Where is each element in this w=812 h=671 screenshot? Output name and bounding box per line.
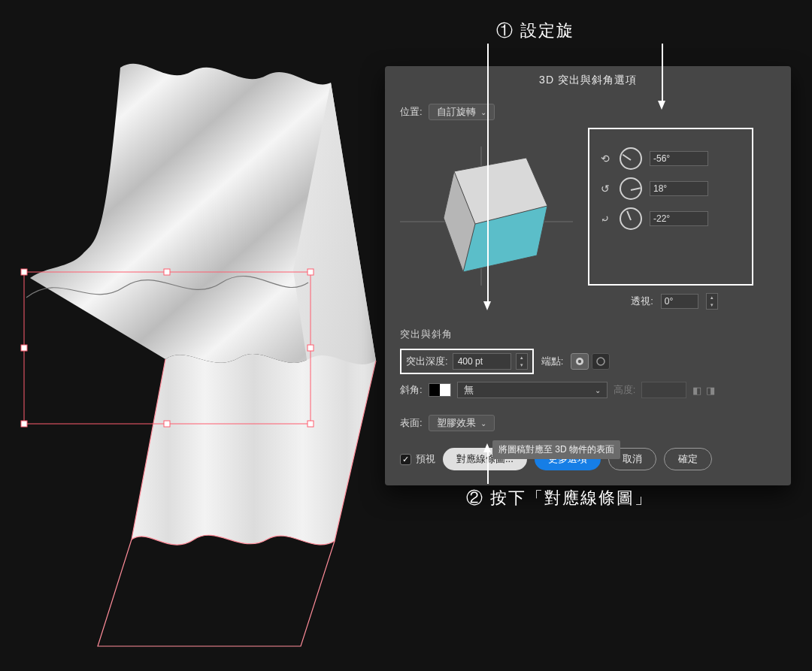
position-row: 位置: 自訂旋轉 ⌄ (400, 104, 776, 120)
svg-rect-2 (308, 269, 314, 275)
rotation-x-field[interactable]: -56° (650, 151, 708, 166)
preview-label: 預視 (416, 452, 435, 466)
perspective-label: 透視: (631, 295, 653, 308)
position-label: 位置: (400, 105, 423, 119)
ok-button[interactable]: 確定 (664, 448, 712, 470)
position-value: 自訂旋轉 (437, 105, 476, 119)
svg-rect-3 (21, 345, 27, 351)
surface-select[interactable]: 塑膠效果 ⌄ (429, 415, 495, 431)
bevel-label: 斜角: (400, 383, 423, 397)
surface-value: 塑膠效果 (437, 416, 476, 430)
rotation-y-field[interactable]: 18° (650, 181, 708, 196)
axis-y-icon: ↺ (598, 183, 612, 195)
extrude-depth-highlight: 突出深度: 400 pt ▴▾ (400, 349, 534, 374)
cap-label: 端點: (541, 355, 564, 368)
svg-point-17 (578, 360, 581, 363)
surface-label: 表面: (400, 416, 423, 430)
annotation-step2: ② 按下「對應線條圖」 (466, 487, 653, 509)
bevel-select[interactable]: 無 ⌄ (457, 382, 607, 398)
preview-checkbox[interactable]: ✓ 預視 (400, 452, 435, 466)
cap-off-button[interactable] (592, 353, 610, 370)
position-select[interactable]: 自訂旋轉 ⌄ (429, 104, 495, 120)
svg-rect-5 (21, 421, 27, 427)
cap-on-button[interactable] (571, 353, 589, 370)
perspective-stepper[interactable]: ▴▾ (706, 293, 718, 310)
bevel-swatch (429, 383, 451, 397)
chevron-down-icon: ⌄ (480, 419, 486, 428)
rotation-cube-preview[interactable] (400, 128, 573, 286)
svg-rect-6 (164, 421, 170, 427)
bevel-value: 無 (464, 383, 474, 397)
depth-stepper[interactable]: ▴▾ (516, 353, 528, 370)
map-art-tooltip: 將圖稿對應至 3D 物件的表面 (492, 440, 620, 459)
rotation-values-highlight: ⟲ -56° ↺ 18° ⤾ -22° (588, 128, 753, 286)
rotation-z-dial[interactable] (620, 207, 642, 230)
annotation-step1: ① 設定旋 (496, 20, 574, 42)
height-field (641, 382, 686, 398)
svg-rect-1 (164, 269, 170, 275)
axis-z-icon: ⤾ (598, 213, 612, 225)
canvas-3d-object (0, 45, 398, 661)
height-label: 高度: (614, 383, 636, 397)
perspective-field[interactable]: 0° (661, 294, 698, 309)
axis-x-icon: ⟲ (598, 153, 612, 165)
svg-point-18 (597, 358, 604, 365)
svg-rect-4 (308, 345, 314, 351)
check-icon: ✓ (400, 454, 411, 465)
rotation-x-dial[interactable] (620, 147, 642, 170)
rotation-y-dial[interactable] (620, 177, 642, 200)
bevel-in-icon: ◧ (692, 385, 701, 396)
3d-extrude-bevel-dialog: 3D 突出與斜角選項 位置: 自訂旋轉 ⌄ (385, 66, 791, 485)
chevron-down-icon: ⌄ (480, 108, 486, 116)
svg-rect-7 (308, 421, 314, 427)
depth-label: 突出深度: (401, 355, 448, 368)
rotation-z-field[interactable]: -22° (650, 211, 708, 226)
svg-rect-0 (21, 269, 27, 275)
dialog-title: 3D 突出與斜角選項 (385, 66, 791, 98)
bevel-out-icon: ◨ (706, 385, 715, 396)
depth-field[interactable]: 400 pt (453, 353, 511, 370)
chevron-down-icon: ⌄ (595, 386, 601, 394)
extrude-section-title: 突出與斜角 (400, 328, 776, 341)
